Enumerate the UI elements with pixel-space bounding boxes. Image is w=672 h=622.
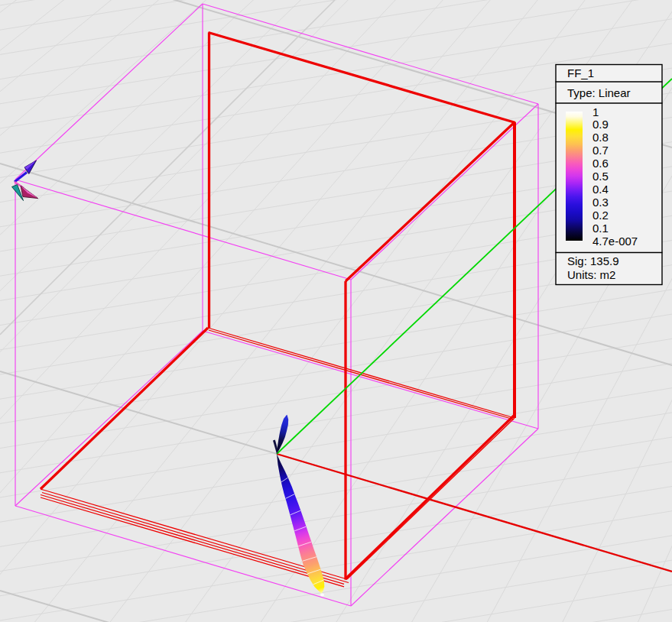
svg-text:Units: m2: Units: m2 <box>567 268 615 281</box>
svg-text:0.8: 0.8 <box>592 131 609 144</box>
svg-text:Type: Linear: Type: Linear <box>567 86 631 99</box>
svg-text:0.5: 0.5 <box>592 170 609 183</box>
svg-text:0.7: 0.7 <box>592 144 609 157</box>
svg-text:0.2: 0.2 <box>592 209 609 222</box>
svg-text:1: 1 <box>592 105 599 118</box>
svg-text:0.6: 0.6 <box>592 157 609 170</box>
svg-text:FF_1: FF_1 <box>567 66 594 79</box>
svg-text:0.1: 0.1 <box>592 222 609 235</box>
svg-text:4.7e-007: 4.7e-007 <box>592 235 638 248</box>
svg-text:Sig: 135.9: Sig: 135.9 <box>567 254 619 267</box>
svg-text:0.4: 0.4 <box>592 183 609 196</box>
svg-text:0.9: 0.9 <box>592 118 609 131</box>
svg-text:0.3: 0.3 <box>592 196 609 209</box>
